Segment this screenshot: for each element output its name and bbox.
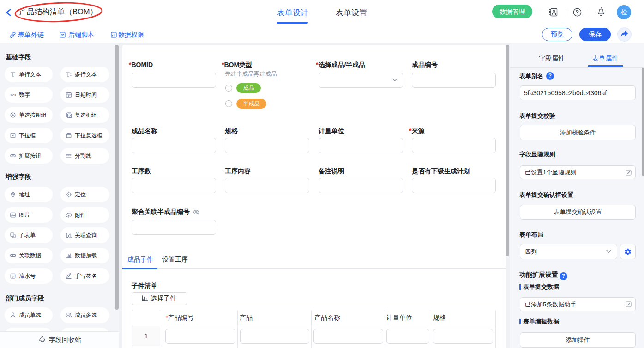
svg-text:123: 123	[10, 93, 16, 97]
